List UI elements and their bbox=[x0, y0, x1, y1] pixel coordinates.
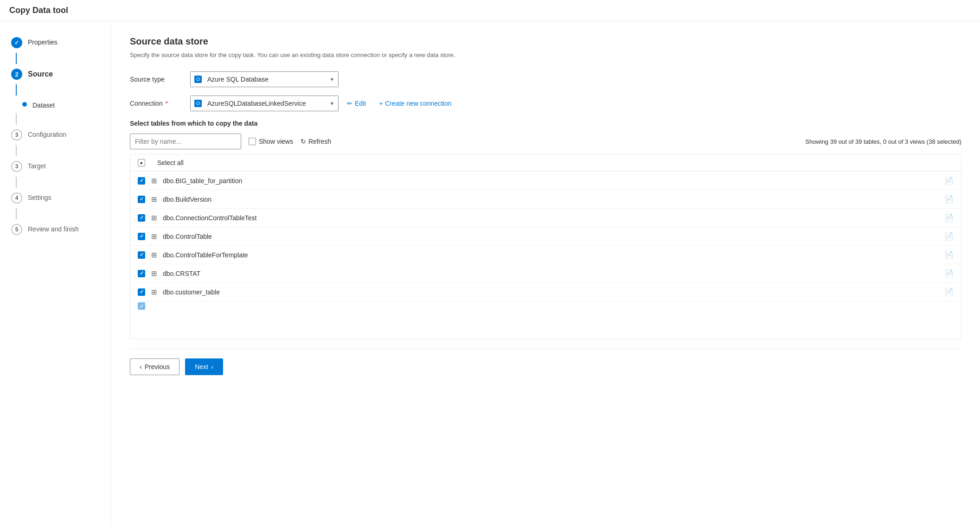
row-checkbox-6[interactable] bbox=[138, 288, 145, 296]
table-name-0: dbo.BIG_table_for_partition bbox=[163, 177, 944, 185]
previous-label: Previous bbox=[145, 363, 170, 370]
refresh-label: Refresh bbox=[308, 138, 331, 145]
chevron-left-icon: ‹ bbox=[140, 363, 142, 370]
previous-button[interactable]: ‹ Previous bbox=[130, 358, 179, 375]
row-checkbox-3[interactable] bbox=[138, 233, 145, 240]
edit-label: Edit bbox=[355, 100, 366, 107]
page-subtitle: Specify the source data store for the co… bbox=[130, 51, 961, 58]
select-all-row[interactable]: Select all bbox=[130, 154, 961, 172]
row-action-icon-0[interactable]: 📄 bbox=[944, 176, 954, 185]
step-label-target: Target bbox=[28, 161, 46, 170]
table-grid-icon-1: ⊞ bbox=[150, 195, 158, 204]
create-connection-button[interactable]: + Create new connection bbox=[376, 98, 454, 109]
table-name-1: dbo.BuildVersion bbox=[163, 196, 944, 203]
step-circle-source: 2 bbox=[11, 69, 22, 80]
source-type-row: Source type ⬡ Azure SQL Database bbox=[130, 71, 961, 87]
sidebar-item-target[interactable]: 3 Target bbox=[0, 156, 111, 177]
step-circle-settings: 4 bbox=[11, 192, 22, 204]
sidebar-item-dataset[interactable]: Dataset bbox=[0, 96, 111, 114]
step-circle-review: 5 bbox=[11, 224, 22, 235]
filter-input[interactable] bbox=[130, 134, 241, 149]
source-type-dropdown[interactable]: ⬡ Azure SQL Database bbox=[190, 71, 339, 87]
row-action-icon-2[interactable]: 📄 bbox=[944, 213, 954, 222]
connection-dropdown[interactable]: ⬡ AzureSQLDatabaseLinkedService bbox=[190, 96, 339, 111]
table-name-3: dbo.ControlTable bbox=[163, 233, 944, 240]
step-circle-target: 3 bbox=[11, 161, 22, 172]
table-grid-icon-2: ⊞ bbox=[150, 214, 158, 222]
plus-icon: + bbox=[379, 100, 383, 107]
row-action-icon-4[interactable]: 📄 bbox=[944, 250, 954, 259]
table-row[interactable]: ⊞ dbo.ConnectionControlTableTest 📄 bbox=[130, 209, 961, 227]
table-row[interactable]: ⊞ dbo.CRSTAT 📄 bbox=[130, 264, 961, 283]
row-checkbox-0[interactable] bbox=[138, 177, 145, 185]
edit-connection-button[interactable]: ✏ Edit bbox=[344, 98, 369, 109]
step-label-settings: Settings bbox=[28, 192, 51, 201]
table-row[interactable]: ⊞ dbo.ControlTableForTemplate 📄 bbox=[130, 246, 961, 264]
step-label-review: Review and finish bbox=[28, 224, 79, 233]
connector-2 bbox=[16, 84, 17, 96]
sidebar-item-source[interactable]: 2 Source bbox=[0, 64, 111, 84]
row-checkbox-1[interactable] bbox=[138, 196, 145, 203]
step-circle-configuration: 3 bbox=[11, 129, 22, 140]
step-label-source: Source bbox=[28, 69, 53, 78]
refresh-button[interactable]: ↻ Refresh bbox=[301, 138, 331, 145]
page-title: Source data store bbox=[130, 36, 961, 47]
refresh-icon: ↻ bbox=[301, 138, 306, 145]
azure-sql-icon: ⬡ bbox=[194, 76, 202, 83]
source-type-value: Azure SQL Database bbox=[207, 76, 269, 83]
row-checkbox-5[interactable] bbox=[138, 270, 145, 277]
chevron-right-icon: › bbox=[211, 363, 213, 370]
row-checkbox-partial bbox=[138, 302, 145, 310]
required-star: * bbox=[164, 100, 168, 107]
row-checkbox-2[interactable] bbox=[138, 214, 145, 222]
row-action-icon-3[interactable]: 📄 bbox=[944, 232, 954, 241]
connection-row: Connection * ⬡ AzureSQLDatabaseLinkedSer… bbox=[130, 96, 961, 111]
sidebar-item-properties[interactable]: ✓ Properties bbox=[0, 32, 111, 53]
next-button[interactable]: Next › bbox=[185, 358, 223, 375]
connector-5 bbox=[16, 177, 17, 188]
step-label-configuration: Configuration bbox=[28, 129, 66, 138]
step-label-properties: Properties bbox=[28, 37, 58, 46]
table-name-4: dbo.ControlTableForTemplate bbox=[163, 251, 944, 259]
show-views-wrapper[interactable]: Show views bbox=[249, 138, 293, 145]
sidebar-item-review[interactable]: 5 Review and finish bbox=[0, 219, 111, 240]
connector-3 bbox=[16, 114, 17, 125]
edit-pencil-icon: ✏ bbox=[347, 100, 352, 107]
show-views-checkbox[interactable] bbox=[249, 138, 256, 145]
table-row[interactable]: ⊞ dbo.BIG_table_for_partition 📄 bbox=[130, 172, 961, 190]
table-row[interactable]: ⊞ dbo.BuildVersion 📄 bbox=[130, 190, 961, 209]
bottom-nav: ‹ Previous Next › bbox=[130, 349, 961, 380]
table-name-2: dbo.ConnectionControlTableTest bbox=[163, 214, 944, 222]
table-grid-icon-3: ⊞ bbox=[150, 232, 158, 241]
next-label: Next bbox=[195, 363, 208, 370]
row-action-icon-1[interactable]: 📄 bbox=[944, 195, 954, 204]
table-name-6: dbo.customer_table bbox=[163, 288, 944, 296]
table-grid-icon-5: ⊞ bbox=[150, 269, 158, 278]
show-views-label: Show views bbox=[259, 138, 293, 145]
main-content: Source data store Specify the source dat… bbox=[111, 21, 980, 527]
connection-actions: ✏ Edit + Create new connection bbox=[344, 98, 455, 109]
section-title: Select tables from which to copy the dat… bbox=[130, 120, 961, 127]
table-row[interactable]: ⊞ dbo.customer_table 📄 bbox=[130, 283, 961, 301]
create-connection-label: Create new connection bbox=[385, 100, 451, 107]
table-name-5: dbo.CRSTAT bbox=[163, 270, 944, 277]
select-all-label: Select all bbox=[157, 159, 184, 166]
sidebar: ✓ Properties 2 Source Dataset 3 Configur… bbox=[0, 21, 111, 527]
table-list-container: Select all ⊞ dbo.BIG_table_for_partition… bbox=[130, 154, 961, 339]
connector-4 bbox=[16, 145, 17, 156]
row-action-icon-6[interactable]: 📄 bbox=[944, 287, 954, 296]
sidebar-item-configuration[interactable]: 3 Configuration bbox=[0, 125, 111, 145]
connector-1 bbox=[16, 53, 17, 64]
sidebar-item-settings[interactable]: 4 Settings bbox=[0, 188, 111, 208]
row-action-icon-5[interactable]: 📄 bbox=[944, 269, 954, 278]
row-checkbox-4[interactable] bbox=[138, 251, 145, 259]
step-circle-properties: ✓ bbox=[11, 37, 22, 48]
table-row[interactable]: ⊞ dbo.ControlTable 📄 bbox=[130, 227, 961, 246]
select-all-checkbox[interactable] bbox=[138, 159, 145, 166]
status-text: Showing 39 out of 39 tables, 0 out of 3 … bbox=[805, 138, 961, 145]
app-title: Copy Data tool bbox=[0, 0, 980, 21]
table-grid-icon-0: ⊞ bbox=[150, 177, 158, 185]
connector-6 bbox=[16, 208, 17, 219]
table-grid-icon-4: ⊞ bbox=[150, 251, 158, 259]
connection-label: Connection * bbox=[130, 100, 190, 107]
